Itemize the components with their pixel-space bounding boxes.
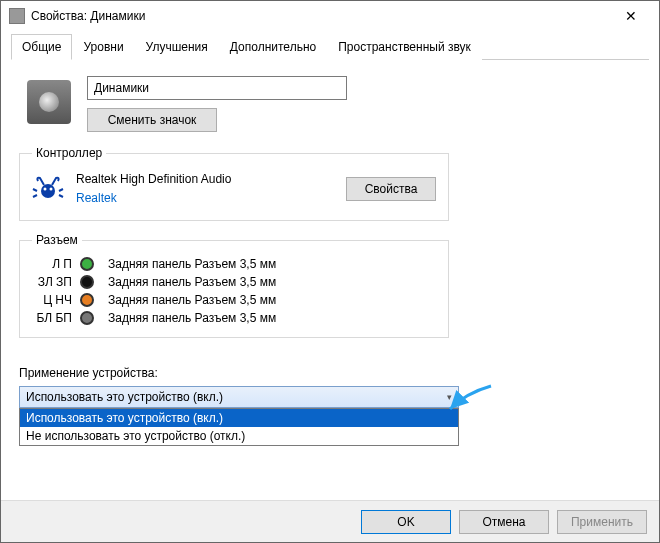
jack-dot-green — [80, 257, 94, 271]
apply-button[interactable]: Применить — [557, 510, 647, 534]
device-usage-dropdown: Использовать это устройство (вкл.) Не ис… — [19, 408, 459, 446]
tab-general[interactable]: Общие — [11, 34, 72, 60]
tab-enhancements[interactable]: Улучшения — [135, 34, 219, 60]
select-value: Использовать это устройство (вкл.) — [26, 390, 223, 404]
usage-option-disabled[interactable]: Не использовать это устройство (откл.) — [20, 427, 458, 445]
jack-desc: Задняя панель Разъем 3,5 мм — [108, 293, 436, 307]
close-button[interactable]: ✕ — [611, 1, 651, 31]
svg-point-1 — [44, 188, 47, 191]
jack-desc: Задняя панель Разъем 3,5 мм — [108, 275, 436, 289]
change-icon-button[interactable]: Сменить значок — [87, 108, 217, 132]
controller-name: Realtek High Definition Audio — [76, 170, 334, 189]
chevron-down-icon: ▾ — [447, 392, 452, 402]
usage-option-enabled[interactable]: Использовать это устройство (вкл.) — [20, 409, 458, 427]
jack-dot-grey — [80, 311, 94, 325]
tab-bar: Общие Уровни Улучшения Дополнительно Про… — [11, 33, 649, 60]
jacks-group: Разъем Л П Задняя панель Разъем 3,5 мм З… — [19, 233, 449, 338]
jack-label: Ц НЧ — [32, 293, 72, 307]
device-name-input[interactable] — [87, 76, 347, 100]
cancel-button[interactable]: Отмена — [459, 510, 549, 534]
app-icon — [9, 8, 25, 24]
titlebar: Свойства: Динамики ✕ — [1, 1, 659, 31]
jacks-legend: Разъем — [32, 233, 82, 247]
ok-button[interactable]: OK — [361, 510, 451, 534]
jack-label: ЗЛ ЗП — [32, 275, 72, 289]
device-usage-select[interactable]: Использовать это устройство (вкл.) ▾ Исп… — [19, 386, 459, 408]
dialog-footer: OK Отмена Применить — [1, 500, 659, 542]
controller-vendor-link[interactable]: Realtek — [76, 191, 117, 205]
device-usage-label: Применение устройства: — [19, 366, 641, 380]
controller-group: Контроллер Realtek High Definition Audio… — [19, 146, 449, 221]
jack-label: Л П — [32, 257, 72, 271]
tab-spatial[interactable]: Пространственный звук — [327, 34, 482, 60]
jack-desc: Задняя панель Разъем 3,5 мм — [108, 311, 436, 325]
svg-point-0 — [41, 184, 55, 198]
window-title: Свойства: Динамики — [31, 9, 611, 23]
jack-dot-black — [80, 275, 94, 289]
svg-point-2 — [50, 188, 53, 191]
controller-legend: Контроллер — [32, 146, 106, 160]
jack-label: БЛ БП — [32, 311, 72, 325]
jack-dot-orange — [80, 293, 94, 307]
controller-properties-button[interactable]: Свойства — [346, 177, 436, 201]
tab-advanced[interactable]: Дополнительно — [219, 34, 327, 60]
tab-levels[interactable]: Уровни — [72, 34, 134, 60]
realtek-icon — [32, 173, 64, 205]
speaker-icon — [27, 80, 71, 124]
jack-desc: Задняя панель Разъем 3,5 мм — [108, 257, 436, 271]
tab-content-general: Сменить значок Контроллер Realtek High D… — [1, 60, 659, 424]
